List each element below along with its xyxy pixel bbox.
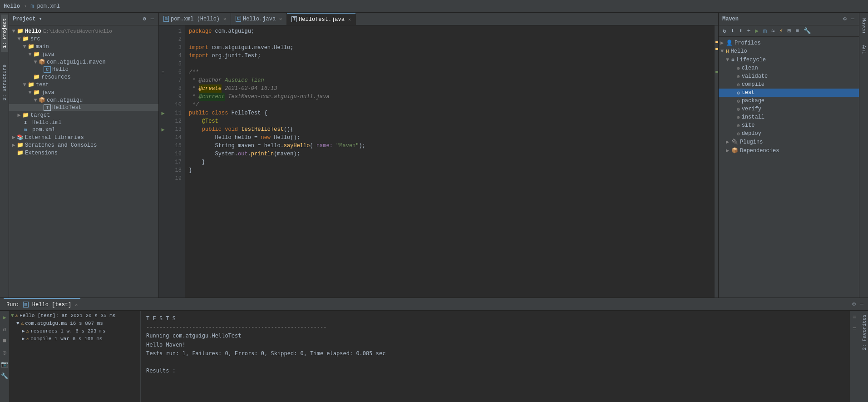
tree-label: External Libraries <box>25 134 84 141</box>
tree-label: Hello <box>52 66 69 73</box>
tab-hellotest[interactable]: T HelloTest.java ✕ <box>287 13 356 25</box>
project-settings-icon[interactable]: ⚙ <box>142 15 147 23</box>
tree-item-extensions[interactable]: 📁 Extensions <box>9 149 158 157</box>
run-again-icon[interactable]: ▶ <box>1 313 8 323</box>
gutter-8 <box>159 84 167 93</box>
sidebar-tab-project[interactable]: 1: Project <box>1 15 8 52</box>
sort-icon[interactable]: = <box>851 324 858 333</box>
tab-pom[interactable]: m pom.xml (Hello) ✕ <box>159 13 231 25</box>
run-item-hello-test[interactable]: ▼ ⚠ Hello [test]: at 2021 20 s 35 ms <box>9 312 140 319</box>
run-icon: ▶ <box>22 328 25 334</box>
run-item-resources[interactable]: ▶ ⚠ resources 1 w. 6 s 293 ms <box>9 327 140 335</box>
tree-item-test[interactable]: ▼ 📁 test <box>9 81 158 89</box>
maven-refresh-btn[interactable]: ↻ <box>721 27 728 35</box>
hello-tab-label: Hello.java <box>243 16 276 22</box>
run-tab[interactable]: Run: m Hello [test] ✕ <box>4 298 80 310</box>
run-tab-close[interactable]: ✕ <box>75 302 78 308</box>
tree-item-hello-iml[interactable]: I Hello.iml <box>9 119 158 126</box>
maven-download-btn[interactable]: ⬇ <box>730 27 736 35</box>
maven-item-dependencies[interactable]: ▶ 📦 Dependencies <box>719 146 859 155</box>
gutter-11[interactable]: ▶ <box>159 109 167 117</box>
tree-item-java-test[interactable]: ▼ 📁 java <box>9 89 158 96</box>
code-line-5 <box>189 60 711 68</box>
run-item-compile[interactable]: ▶ ⚠ compile 1 war 6 s 106 ms <box>9 335 140 342</box>
maven-item-test[interactable]: ⚙ test <box>719 89 859 97</box>
tree-item-resources[interactable]: 📁 resources <box>9 73 158 81</box>
maven-skip-btn[interactable]: ≈ <box>770 27 776 35</box>
tree-label: java <box>41 51 54 58</box>
editor-area: m pom.xml (Hello) ✕ C Hello.java ✕ T Hel… <box>159 13 718 298</box>
maven-validate-icon: ⚙ <box>737 74 740 79</box>
wrap-icon[interactable]: ≡ <box>851 313 858 322</box>
maven-site-icon: ⚙ <box>737 123 740 129</box>
run-icon: ▶ <box>22 336 25 342</box>
maven-m-btn[interactable]: m <box>762 27 768 35</box>
maven-item-install[interactable]: ⚙ install <box>719 113 859 121</box>
bottom-settings-icon[interactable]: ⚙ <box>852 300 857 308</box>
right-tab-maven[interactable]: Maven <box>860 15 868 37</box>
maven-plugins-icon: 🔌 <box>731 139 738 145</box>
tree-item-pkg-test[interactable]: ▼ 📦 com.atguigu <box>9 96 158 104</box>
maven-item-profiles[interactable]: ▶ 👤 Profiles <box>719 39 859 47</box>
tree-item-scratches[interactable]: ▶ 📁 Scratches and Consoles <box>9 141 158 149</box>
maven-item-compile[interactable]: ⚙ compile <box>719 80 859 89</box>
maven-settings-icon[interactable]: ⚙ <box>843 15 848 23</box>
maven-arrow: ▼ <box>726 57 731 63</box>
hellotest-tab-close[interactable]: ✕ <box>348 17 351 22</box>
run-item-atguigu[interactable]: ▼ ⚠ com.atguigu.ma 16 s 807 ms <box>9 319 140 327</box>
camera-icon[interactable]: 📷 <box>0 359 10 369</box>
tree-item-hello-root[interactable]: ▼ 📁 Hello E:\idea\TestMaven\Hello <box>9 27 158 35</box>
gutter-13[interactable]: ▶ <box>159 125 167 134</box>
maven-item-site[interactable]: ⚙ site <box>719 121 859 129</box>
maven-item-deploy[interactable]: ⚙ deploy <box>719 129 859 138</box>
hello-tab-close[interactable]: ✕ <box>279 16 282 22</box>
maven-grid-btn[interactable]: ⊞ <box>786 27 793 35</box>
maven-wrench-btn[interactable]: 🔧 <box>802 27 812 35</box>
maven-item-lifecycle[interactable]: ▼ ♻ Lifecycle <box>719 55 859 64</box>
tree-item-hello-class[interactable]: C Hello <box>9 66 158 73</box>
tree-label: Hello <box>25 28 41 35</box>
maven-lightning-btn[interactable]: ⚡ <box>778 27 784 35</box>
iml-icon: I <box>22 120 29 125</box>
filter-icon[interactable]: ◎ <box>1 347 8 357</box>
tree-item-main[interactable]: ▼ 📁 main <box>9 43 158 50</box>
bottom-minimize-icon[interactable]: — <box>859 301 864 308</box>
maven-item-verify[interactable]: ⚙ verify <box>719 105 859 113</box>
hello-tab-icon: C <box>236 16 241 22</box>
maven-upload-btn[interactable]: ⬆ <box>738 27 744 35</box>
gutter-19 <box>159 174 167 183</box>
maven-item-validate[interactable]: ⚙ validate <box>719 72 859 80</box>
tree-item-java[interactable]: ▼ 📁 java <box>9 50 158 58</box>
tree-item-pom[interactable]: m pom.xml <box>9 126 158 134</box>
sidebar-tab-structure[interactable]: 2: Structure <box>1 61 8 104</box>
favorites-tab[interactable]: 2: Favorites <box>861 311 868 354</box>
maven-minimize-icon[interactable]: — <box>850 15 855 23</box>
stop-icon[interactable]: ■ <box>1 336 8 346</box>
tree-item-target[interactable]: ▶ 📁 target <box>9 111 158 119</box>
wrench-icon[interactable]: 🔧 <box>0 371 10 381</box>
tree-item-pkg[interactable]: ▼ 📦 com.atguigui.maven <box>9 58 158 66</box>
project-dropdown[interactable]: Project ▾ <box>13 15 42 22</box>
maven-clean-icon: ⚙ <box>737 65 740 71</box>
tree-item-ext-libs[interactable]: ▶ 📚 External Libraries <box>9 134 158 141</box>
maven-list-btn[interactable]: ≡ <box>794 27 800 35</box>
rerun-icon[interactable]: ↺ <box>1 324 8 334</box>
bottom-panel: Run: m Hello [test] ✕ ⚙ — ▶ ↺ ■ ◎ 📷 🔧 ▼ … <box>0 298 868 402</box>
maven-item-clean[interactable]: ⚙ clean <box>719 64 859 72</box>
maven-item-hello[interactable]: ▼ H Hello <box>719 47 859 55</box>
pom-icon: m <box>22 127 29 133</box>
right-tab-ant[interactable]: Ant <box>860 41 868 58</box>
tree-item-hellotest[interactable]: T HelloTest <box>9 104 158 111</box>
gutter-3 <box>159 44 167 52</box>
tree-item-src[interactable]: ▼ 📁 src <box>9 35 158 43</box>
tab-hello[interactable]: C Hello.java ✕ <box>231 13 287 25</box>
maven-item-package[interactable]: ⚙ package <box>719 97 859 105</box>
maven-add-btn[interactable]: + <box>745 27 752 35</box>
code-line-14: Hello hello = new Hello(); <box>189 134 711 142</box>
maven-item-plugins[interactable]: ▶ 🔌 Plugins <box>719 138 859 146</box>
maven-run-btn[interactable]: ▶ <box>754 27 760 35</box>
maven-compile-label: compile <box>742 81 764 88</box>
code-content[interactable]: package com.atguigu; import com.atguigui… <box>185 25 715 298</box>
pom-tab-close[interactable]: ✕ <box>223 16 226 22</box>
project-minus-icon[interactable]: — <box>150 15 155 23</box>
